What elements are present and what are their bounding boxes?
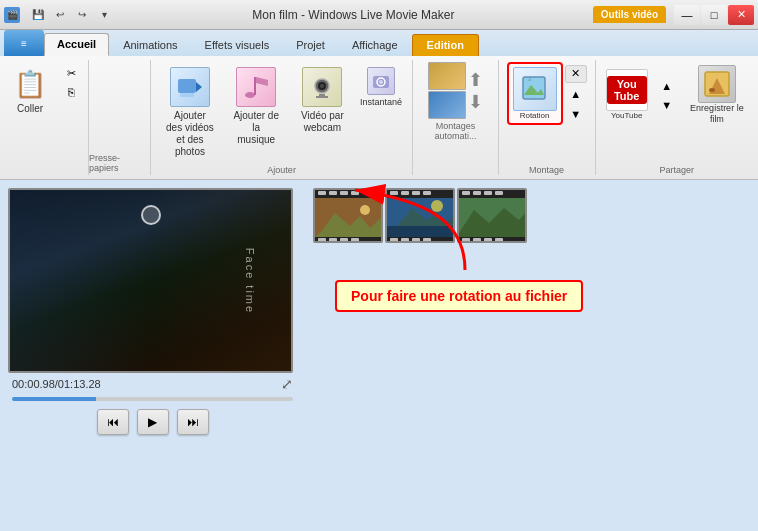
- ribbon-tabs: ≡ Accueil Animations Effets visuels Proj…: [0, 30, 758, 56]
- montage-scroll-arrows: ⬆⬇: [468, 69, 483, 113]
- annotation-arrow-svg: [345, 180, 525, 280]
- clipboard-small-btns: ✂ ⎘: [60, 64, 82, 101]
- ajouter-videos-button[interactable]: Ajouter des vidéos et des photos: [159, 62, 221, 163]
- ribbon: 📋 Coller ✂ ⎘ Presse-papiers Presse-papie…: [0, 56, 758, 180]
- more-quick-btn[interactable]: ▾: [94, 5, 114, 25]
- video-placeholder: Face time: [10, 190, 291, 371]
- montage-buttons: Rotation ✕ ▲ ▼: [507, 62, 587, 163]
- montage-thumbnails: [428, 62, 466, 119]
- video-controls: ⏮ ▶ ⏭: [8, 403, 297, 441]
- montage-thumb2: [428, 91, 466, 119]
- tab-effets[interactable]: Effets visuels: [192, 34, 283, 56]
- annotation-text-box: Pour faire une rotation au fichier: [335, 280, 583, 312]
- cut-button[interactable]: ✂: [60, 64, 82, 82]
- ribbon-group-montage: Rotation ✕ ▲ ▼ Montage: [499, 60, 596, 175]
- main-content: Face time 00:00.98/01:13.28 ⤢ ⏮ ▶ ⏭: [0, 180, 758, 531]
- instantane-label: Instantané: [360, 97, 402, 108]
- tab-affichage[interactable]: Affichage: [339, 34, 411, 56]
- presse-group-label: Presse-papiers: [89, 153, 144, 173]
- tab-edition[interactable]: Edition: [412, 34, 479, 56]
- ribbon-group-partager: YouTube YouTube ▲ ▼ Enregistrer le film …: [596, 60, 758, 175]
- title-bar: 🎬 💾 ↩ ↪ ▾ Mon film - Windows Live Movie …: [0, 0, 758, 30]
- montage-group-label: Montage: [529, 163, 564, 175]
- youtube-label: YouTube: [611, 111, 642, 120]
- svg-point-18: [709, 88, 715, 92]
- webcam-icon: [302, 67, 342, 107]
- rotation-label: Rotation: [520, 111, 550, 120]
- video-timestamp: 00:00.98/01:13.28: [12, 378, 101, 390]
- quick-access-toolbar: 💾 ↩ ↪ ▾: [28, 5, 114, 25]
- montage-scroll-up[interactable]: ▲: [565, 85, 587, 103]
- tab-animations[interactable]: Animations: [110, 34, 190, 56]
- video-panel: Face time 00:00.98/01:13.28 ⤢ ⏮ ▶ ⏭: [0, 180, 305, 531]
- enregistrer-button[interactable]: Enregistrer le film: [682, 62, 752, 128]
- maximize-button[interactable]: □: [701, 5, 727, 25]
- redo-quick-btn[interactable]: ↪: [72, 5, 92, 25]
- add-music-icon: [236, 67, 276, 107]
- montage-close-button[interactable]: ✕: [565, 65, 587, 83]
- video-webcam-label: Vidéo par webcam: [298, 110, 346, 134]
- tools-video-tab[interactable]: Outils vidéo: [593, 6, 666, 23]
- svg-point-12: [379, 80, 383, 84]
- app-menu-button[interactable]: ≡: [4, 30, 44, 56]
- video-webcam-button[interactable]: Vidéo par webcam: [291, 62, 353, 139]
- rewind-icon: ⏮: [107, 415, 119, 429]
- play-icon: ▶: [148, 415, 157, 429]
- window-title: Mon film - Windows Live Movie Maker: [114, 8, 593, 22]
- rewind-button[interactable]: ⏮: [97, 409, 129, 435]
- save-quick-btn[interactable]: 💾: [28, 5, 48, 25]
- close-button[interactable]: ✕: [728, 5, 754, 25]
- ajouter-musique-label: Ajouter de la musique: [232, 110, 280, 146]
- ribbon-group-ajouter: Ajouter des vidéos et des photos Ajouter…: [151, 60, 414, 175]
- app-icon: 🎬: [4, 7, 20, 23]
- undo-quick-btn[interactable]: ↩: [50, 5, 70, 25]
- minimize-button[interactable]: —: [674, 5, 700, 25]
- montage-thumb1: [428, 62, 466, 90]
- ajouter-videos-label: Ajouter des vidéos et des photos: [166, 110, 214, 158]
- partager-scroll-up[interactable]: ▲: [656, 77, 678, 95]
- svg-point-7: [320, 84, 324, 88]
- ribbon-group-montage-auto: ⬆⬇ Montages automati...: [413, 60, 498, 175]
- rotation-button[interactable]: Rotation: [507, 62, 563, 125]
- save-film-icon: [698, 65, 736, 103]
- coller-button[interactable]: 📋 Coller: [6, 62, 54, 117]
- partager-scroll-down[interactable]: ▼: [656, 96, 678, 114]
- svg-marker-1: [196, 82, 202, 92]
- rotation-icon: [513, 67, 557, 111]
- montage-scroll-down[interactable]: ▼: [565, 105, 587, 123]
- ajouter-musique-button[interactable]: Ajouter de la musique: [225, 62, 287, 151]
- fastforward-button[interactable]: ⏭: [177, 409, 209, 435]
- video-facetime-text: Face time: [244, 247, 256, 313]
- partager-scrollbtns: ▲ ▼: [656, 77, 678, 114]
- fastforward-icon: ⏭: [187, 415, 199, 429]
- coller-label: Coller: [17, 103, 43, 114]
- ribbon-group-presse-papiers: 📋 Coller ✂ ⎘ Presse-papiers: [0, 60, 89, 175]
- expand-icon[interactable]: ⤢: [281, 376, 293, 392]
- snapshot-icon: [367, 67, 395, 95]
- partager-buttons: YouTube YouTube ▲ ▼ Enregistrer le film: [602, 62, 752, 128]
- play-button[interactable]: ▶: [137, 409, 169, 435]
- enregistrer-label: Enregistrer le film: [687, 103, 747, 125]
- partager-group-label: Partager: [660, 163, 695, 175]
- svg-rect-9: [316, 96, 328, 98]
- instantane-button[interactable]: Instantané: [358, 64, 405, 111]
- montage-auto-buttons: ⬆⬇: [428, 62, 483, 119]
- video-preview: Face time: [8, 188, 293, 373]
- tab-projet[interactable]: Projet: [283, 34, 338, 56]
- window-controls: — □ ✕: [674, 5, 754, 25]
- svg-rect-0: [178, 79, 196, 93]
- timeline-panel: Pour faire une rotation au fichier: [305, 180, 758, 531]
- video-progress-slider[interactable]: [12, 397, 293, 401]
- youtube-button[interactable]: YouTube YouTube: [602, 64, 652, 125]
- copy-button[interactable]: ⎘: [60, 83, 82, 101]
- video-timestamp-row: 00:00.98/01:13.28 ⤢: [8, 373, 297, 395]
- tab-accueil[interactable]: Accueil: [44, 33, 109, 56]
- youtube-icon: YouTube: [606, 69, 648, 111]
- annotation-area: Pour faire une rotation au fichier: [335, 270, 583, 312]
- ajouter-buttons: Ajouter des vidéos et des photos Ajouter…: [159, 62, 405, 163]
- video-slider-row[interactable]: [8, 395, 297, 403]
- app-icons: 🎬: [4, 7, 20, 23]
- svg-rect-4: [254, 77, 256, 95]
- paste-icon: 📋: [11, 65, 49, 103]
- montage-auto-label: Montages automati...: [417, 119, 493, 141]
